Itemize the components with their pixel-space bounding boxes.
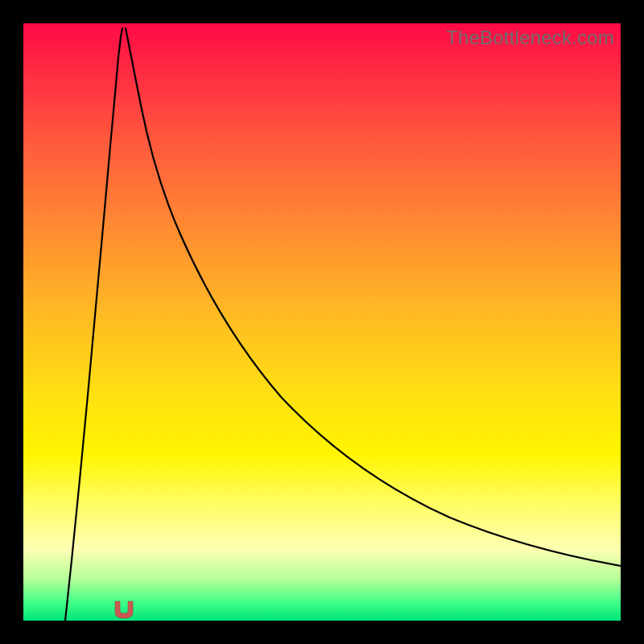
curve-left-branch [65, 28, 122, 621]
chart-frame: TheBottleneck.com [0, 0, 644, 644]
curve-right-branch [126, 28, 621, 566]
plot-area: TheBottleneck.com [23, 23, 621, 621]
bottleneck-curve [23, 23, 621, 621]
